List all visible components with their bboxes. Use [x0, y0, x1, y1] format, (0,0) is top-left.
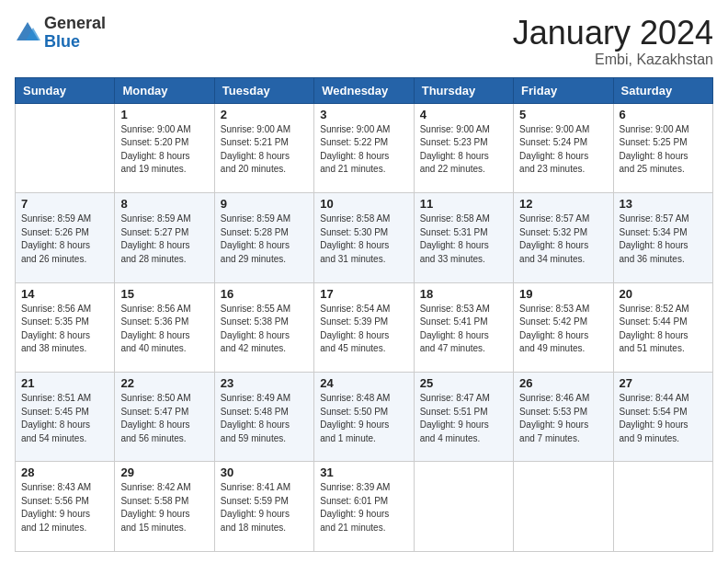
calendar-week-row: 28Sunrise: 8:43 AMSunset: 5:56 PMDayligh… [16, 462, 713, 552]
day-number: 29 [120, 465, 208, 479]
calendar-cell: 9Sunrise: 8:59 AMSunset: 5:28 PMDaylight… [214, 193, 313, 282]
day-number: 6 [620, 108, 707, 121]
day-info: Sunrise: 9:00 AMSunset: 5:20 PMDaylight:… [120, 123, 208, 177]
day-info: Sunrise: 8:39 AMSunset: 6:01 PMDaylight:… [320, 481, 407, 534]
calendar-cell: 7Sunrise: 8:59 AMSunset: 5:26 PMDaylight… [16, 193, 115, 282]
day-number: 15 [120, 287, 208, 301]
calendar-header-monday: Monday [115, 77, 214, 103]
day-number: 8 [120, 197, 208, 211]
calendar-cell: 17Sunrise: 8:54 AMSunset: 5:39 PMDayligh… [314, 282, 414, 372]
calendar-cell: 14Sunrise: 8:56 AMSunset: 5:35 PMDayligh… [16, 282, 115, 372]
calendar-cell [514, 462, 613, 552]
calendar-cell [414, 462, 513, 552]
calendar-header-saturday: Saturday [613, 77, 712, 103]
day-info: Sunrise: 8:41 AMSunset: 5:59 PMDaylight:… [221, 481, 308, 534]
day-info: Sunrise: 9:00 AMSunset: 5:22 PMDaylight:… [320, 123, 407, 177]
day-number: 17 [320, 287, 407, 301]
calendar-header-sunday: Sunday [16, 77, 115, 103]
calendar-cell: 13Sunrise: 8:57 AMSunset: 5:34 PMDayligh… [613, 193, 712, 282]
day-info: Sunrise: 9:00 AMSunset: 5:21 PMDaylight:… [221, 123, 308, 177]
header: General Blue January 2024 Embi, Kazakhst… [15, 15, 713, 68]
day-number: 13 [620, 197, 707, 211]
day-number: 1 [120, 108, 208, 121]
day-info: Sunrise: 8:56 AMSunset: 5:36 PMDaylight:… [120, 303, 208, 356]
day-number: 11 [420, 197, 507, 211]
calendar-header-thursday: Thursday [414, 77, 513, 103]
day-info: Sunrise: 8:54 AMSunset: 5:39 PMDaylight:… [320, 303, 407, 356]
calendar-table: SundayMondayTuesdayWednesdayThursdayFrid… [15, 77, 713, 552]
day-number: 4 [420, 108, 507, 121]
day-number: 22 [120, 376, 208, 390]
logo: General Blue [15, 15, 106, 52]
day-info: Sunrise: 8:53 AMSunset: 5:42 PMDaylight:… [519, 303, 607, 356]
day-number: 9 [221, 197, 308, 211]
day-number: 23 [221, 376, 308, 390]
day-info: Sunrise: 8:59 AMSunset: 5:26 PMDaylight:… [21, 213, 108, 266]
calendar-cell: 1Sunrise: 9:00 AMSunset: 5:20 PMDaylight… [115, 103, 214, 192]
calendar-cell: 20Sunrise: 8:52 AMSunset: 5:44 PMDayligh… [613, 282, 712, 372]
day-info: Sunrise: 8:59 AMSunset: 5:27 PMDaylight:… [120, 213, 208, 266]
calendar-cell: 23Sunrise: 8:49 AMSunset: 5:48 PMDayligh… [214, 373, 313, 462]
day-info: Sunrise: 8:57 AMSunset: 5:32 PMDaylight:… [519, 213, 607, 266]
calendar-cell: 18Sunrise: 8:53 AMSunset: 5:41 PMDayligh… [414, 282, 513, 372]
title-location: Embi, Kazakhstan [513, 52, 713, 68]
day-number: 19 [519, 287, 607, 301]
title-block: January 2024 Embi, Kazakhstan [513, 15, 713, 68]
day-info: Sunrise: 8:56 AMSunset: 5:35 PMDaylight:… [21, 303, 108, 356]
calendar-cell: 8Sunrise: 8:59 AMSunset: 5:27 PMDaylight… [115, 193, 214, 282]
calendar-cell: 31Sunrise: 8:39 AMSunset: 6:01 PMDayligh… [314, 462, 414, 552]
calendar-header-tuesday: Tuesday [214, 77, 313, 103]
calendar-week-row: 7Sunrise: 8:59 AMSunset: 5:26 PMDaylight… [16, 193, 713, 282]
calendar-cell: 28Sunrise: 8:43 AMSunset: 5:56 PMDayligh… [16, 462, 115, 552]
calendar-cell: 11Sunrise: 8:58 AMSunset: 5:31 PMDayligh… [414, 193, 513, 282]
day-number: 14 [21, 287, 108, 301]
day-info: Sunrise: 8:50 AMSunset: 5:47 PMDaylight:… [120, 392, 208, 445]
day-info: Sunrise: 8:51 AMSunset: 5:45 PMDaylight:… [21, 392, 108, 445]
calendar-week-row: 21Sunrise: 8:51 AMSunset: 5:45 PMDayligh… [16, 373, 713, 462]
calendar-cell: 21Sunrise: 8:51 AMSunset: 5:45 PMDayligh… [16, 373, 115, 462]
calendar-cell: 15Sunrise: 8:56 AMSunset: 5:36 PMDayligh… [115, 282, 214, 372]
day-number: 27 [620, 376, 707, 390]
day-number: 25 [420, 376, 507, 390]
day-info: Sunrise: 8:49 AMSunset: 5:48 PMDaylight:… [221, 392, 308, 445]
day-info: Sunrise: 8:58 AMSunset: 5:31 PMDaylight:… [420, 213, 507, 266]
calendar-cell: 12Sunrise: 8:57 AMSunset: 5:32 PMDayligh… [514, 193, 613, 282]
calendar-cell: 27Sunrise: 8:44 AMSunset: 5:54 PMDayligh… [613, 373, 712, 462]
calendar-cell: 3Sunrise: 9:00 AMSunset: 5:22 PMDaylight… [314, 103, 414, 192]
day-number: 7 [21, 197, 108, 211]
calendar-week-row: 1Sunrise: 9:00 AMSunset: 5:20 PMDaylight… [16, 103, 713, 192]
day-number: 12 [519, 197, 607, 211]
calendar-cell: 30Sunrise: 8:41 AMSunset: 5:59 PMDayligh… [214, 462, 313, 552]
day-number: 26 [519, 376, 607, 390]
day-info: Sunrise: 8:57 AMSunset: 5:34 PMDaylight:… [620, 213, 707, 266]
day-info: Sunrise: 8:48 AMSunset: 5:50 PMDaylight:… [320, 392, 407, 445]
day-info: Sunrise: 8:55 AMSunset: 5:38 PMDaylight:… [221, 303, 308, 356]
day-number: 16 [221, 287, 308, 301]
day-info: Sunrise: 8:53 AMSunset: 5:41 PMDaylight:… [420, 303, 507, 356]
calendar-cell: 29Sunrise: 8:42 AMSunset: 5:58 PMDayligh… [115, 462, 214, 552]
day-number: 31 [320, 465, 407, 479]
day-number: 21 [21, 376, 108, 390]
calendar-cell: 26Sunrise: 8:46 AMSunset: 5:53 PMDayligh… [514, 373, 613, 462]
day-info: Sunrise: 8:46 AMSunset: 5:53 PMDaylight:… [519, 392, 607, 445]
calendar-cell: 19Sunrise: 8:53 AMSunset: 5:42 PMDayligh… [514, 282, 613, 372]
calendar-cell: 5Sunrise: 9:00 AMSunset: 5:24 PMDaylight… [514, 103, 613, 192]
day-number: 18 [420, 287, 507, 301]
day-info: Sunrise: 9:00 AMSunset: 5:25 PMDaylight:… [620, 123, 707, 177]
calendar-header-friday: Friday [514, 77, 613, 103]
logo-icon [15, 20, 40, 46]
day-number: 20 [620, 287, 707, 301]
calendar-cell: 16Sunrise: 8:55 AMSunset: 5:38 PMDayligh… [214, 282, 313, 372]
day-number: 5 [519, 108, 607, 121]
logo-text: General Blue [44, 15, 106, 52]
day-number: 28 [21, 465, 108, 479]
calendar-header-wednesday: Wednesday [314, 77, 414, 103]
calendar-cell: 22Sunrise: 8:50 AMSunset: 5:47 PMDayligh… [115, 373, 214, 462]
day-info: Sunrise: 8:42 AMSunset: 5:58 PMDaylight:… [120, 481, 208, 534]
calendar-cell: 4Sunrise: 9:00 AMSunset: 5:23 PMDaylight… [414, 103, 513, 192]
day-number: 10 [320, 197, 407, 211]
day-info: Sunrise: 8:44 AMSunset: 5:54 PMDaylight:… [620, 392, 707, 445]
calendar-week-row: 14Sunrise: 8:56 AMSunset: 5:35 PMDayligh… [16, 282, 713, 372]
day-info: Sunrise: 8:52 AMSunset: 5:44 PMDaylight:… [620, 303, 707, 356]
calendar-cell [613, 462, 712, 552]
